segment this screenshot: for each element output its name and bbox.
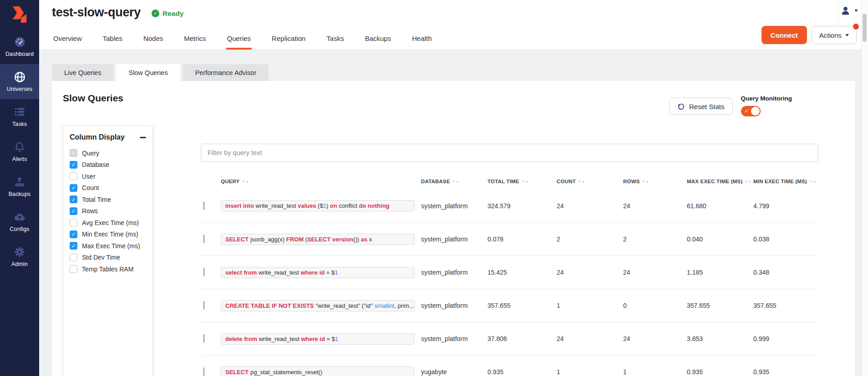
column-header-min-exec-time-ms[interactable]: MIN EXEC TIME (MS)▼▲ xyxy=(753,179,818,184)
checked-checkbox[interactable]: ✓ xyxy=(70,231,77,238)
rows-cell: 2 xyxy=(623,236,687,243)
subtab-live-queries[interactable]: Live Queries xyxy=(52,64,113,81)
unchecked-checkbox[interactable]: ✓ xyxy=(70,219,77,226)
page-scrollbar[interactable] xyxy=(861,0,868,376)
sql-token: values xyxy=(298,202,316,209)
sidebar-item-configs[interactable]: Configs xyxy=(0,204,39,239)
column-header-total-time[interactable]: TOTAL TIME▼▲ xyxy=(487,179,557,184)
collapse-icon[interactable] xyxy=(140,137,146,138)
unchecked-checkbox[interactable]: ✓ xyxy=(70,172,77,180)
column-header-query[interactable]: QUERY▼▲ xyxy=(221,179,421,184)
column-header-count[interactable]: COUNT▼▲ xyxy=(557,179,623,184)
tab-metrics[interactable]: Metrics xyxy=(173,29,216,50)
sort-arrows-icon[interactable]: ▼▲ xyxy=(242,180,249,183)
row-checkbox[interactable] xyxy=(203,268,204,276)
sql-token: as xyxy=(361,236,367,243)
sql-token: FROM xyxy=(286,236,304,243)
column-header-max-exec-time-ms[interactable]: MAX EXEC TIME (MS)▼▲ xyxy=(687,179,753,184)
query-text-cell[interactable]: SELECT pg_stat_statements_reset() xyxy=(221,366,415,376)
column-option-avg-exec-time-ms[interactable]: ✓Avg Exec Time (ms) xyxy=(70,217,146,229)
column-option-total-time[interactable]: ✓Total Time xyxy=(70,194,146,206)
unchecked-checkbox[interactable]: ✓ xyxy=(70,254,77,261)
query-text-cell[interactable]: insert into write_read_test values ($1) … xyxy=(221,200,415,211)
query-monitoring-label: Query Monitoring xyxy=(741,95,792,102)
column-option-user[interactable]: ✓User xyxy=(70,170,146,182)
column-option-database[interactable]: ✓Database xyxy=(70,159,146,171)
row-checkbox[interactable] xyxy=(203,301,204,310)
sort-arrows-icon[interactable]: ▼▲ xyxy=(809,180,817,183)
count-cell: 1 xyxy=(557,368,623,376)
row-checkbox[interactable] xyxy=(203,367,204,376)
table-body: insert into write_read_test values ($1) … xyxy=(201,189,818,376)
status-badge: ✓ Ready xyxy=(152,10,184,18)
sort-arrows-icon[interactable]: ▼▲ xyxy=(522,180,529,183)
checked-checkbox[interactable]: ✓ xyxy=(70,149,77,157)
checked-checkbox[interactable]: ✓ xyxy=(70,184,77,192)
sidebar-item-tasks[interactable]: Tasks xyxy=(0,99,39,134)
panel-body: Column Display ✓Query✓Database✓User✓Coun… xyxy=(63,125,844,376)
sort-arrows-icon[interactable]: ▼▲ xyxy=(642,180,650,183)
sort-arrows-icon[interactable]: ▼▲ xyxy=(745,180,752,183)
row-checkbox[interactable] xyxy=(203,334,204,343)
column-option-count[interactable]: ✓Count xyxy=(70,182,146,194)
column-header-database[interactable]: DATABASE▼▲ xyxy=(421,179,487,184)
sidebar-item-backups[interactable]: Backups xyxy=(0,169,39,204)
query-monitoring-toggle[interactable]: ✓ xyxy=(741,106,761,116)
min-exec-time-cell: 357.655 xyxy=(753,302,818,309)
tab-tables[interactable]: Tables xyxy=(92,29,133,50)
sidebar-item-dashboard[interactable]: Dashboard xyxy=(0,29,39,64)
column-option-rows[interactable]: ✓Rows xyxy=(70,206,146,217)
sql-token: 1 xyxy=(323,202,326,209)
column-option-label: Temp Tables RAM xyxy=(82,266,133,273)
checked-checkbox[interactable]: ✓ xyxy=(70,242,77,250)
sql-token: where id xyxy=(301,336,325,342)
query-text-cell[interactable]: SELECT jsonb_agg(x) FROM (SELECT version… xyxy=(221,234,415,245)
yugabyte-logo[interactable] xyxy=(0,0,39,29)
sidebar-item-universes[interactable]: Universes xyxy=(0,64,39,99)
actions-button[interactable]: Actions xyxy=(812,26,857,44)
header-actions: Connect Actions xyxy=(761,26,857,44)
query-text-cell[interactable]: select from write_read_test where id = $… xyxy=(221,267,415,278)
tab-queries[interactable]: Queries xyxy=(217,29,262,50)
column-option-std-dev-time[interactable]: ✓Std Dev Time xyxy=(70,252,146,264)
column-option-min-exec-time-ms[interactable]: ✓Min Exec Time (ms) xyxy=(70,229,146,241)
sidebar-item-alerts[interactable]: Alerts xyxy=(0,134,39,169)
count-cell: 24 xyxy=(557,202,623,210)
tab-tasks[interactable]: Tasks xyxy=(316,29,354,50)
checked-checkbox[interactable]: ✓ xyxy=(70,196,77,203)
sql-token: x xyxy=(367,236,372,243)
tab-overview[interactable]: Overview xyxy=(43,29,92,50)
sort-arrows-icon[interactable]: ▼▲ xyxy=(452,180,460,183)
column-option-label: Avg Exec Time (ms) xyxy=(82,219,139,226)
database-cell: yugabyte xyxy=(421,368,487,376)
scrollbar-thumb[interactable] xyxy=(863,14,867,42)
query-text-cell[interactable]: delete from write_read_test where id = $… xyxy=(221,333,415,345)
tab-backups[interactable]: Backups xyxy=(355,29,402,50)
query-text-cell[interactable]: CREATE TABLE IF NOT EXISTS "write_read_t… xyxy=(221,300,415,311)
row-checkbox[interactable] xyxy=(203,201,204,210)
column-header-label: COUNT xyxy=(557,179,576,184)
tab-nodes[interactable]: Nodes xyxy=(133,29,173,50)
reset-stats-button[interactable]: Reset Stats xyxy=(669,98,733,115)
column-header-rows[interactable]: ROWS▼▲ xyxy=(623,179,687,184)
header-divider xyxy=(838,0,838,25)
query-filter-input[interactable] xyxy=(201,144,818,162)
query-table-row: insert into write_read_test values ($1) … xyxy=(201,189,818,222)
subtab-slow-queries[interactable]: Slow Queries xyxy=(116,64,180,81)
tab-health[interactable]: Health xyxy=(401,29,442,50)
user-menu[interactable] xyxy=(840,5,858,16)
column-option-temp-tables-ram[interactable]: ✓Temp Tables RAM xyxy=(70,263,146,275)
unchecked-checkbox[interactable]: ✓ xyxy=(70,265,77,273)
connect-button[interactable]: Connect xyxy=(761,26,807,44)
row-checkbox[interactable] xyxy=(203,235,204,243)
checked-checkbox[interactable]: ✓ xyxy=(70,161,77,169)
tab-replication[interactable]: Replication xyxy=(261,29,316,50)
column-option-query[interactable]: ✓Query xyxy=(70,147,146,159)
table-header: QUERY▼▲DATABASE▼▲TOTAL TIME▼▲COUNT▼▲ROWS… xyxy=(201,174,818,189)
count-cell: 1 xyxy=(557,302,623,309)
column-option-max-exec-time-ms[interactable]: ✓Max Exec Time (ms) xyxy=(70,240,146,252)
checked-checkbox[interactable]: ✓ xyxy=(70,207,77,215)
subtab-performance-advisor[interactable]: Performance Advisor xyxy=(183,64,269,81)
sort-arrows-icon[interactable]: ▼▲ xyxy=(578,180,585,183)
sidebar-item-admin[interactable]: Admin xyxy=(0,239,39,274)
